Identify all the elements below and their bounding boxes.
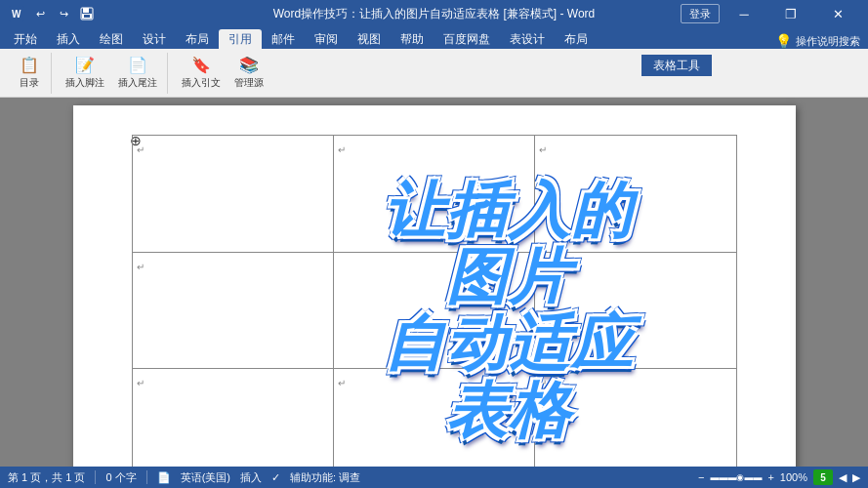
btn-citation[interactable]: 🔖 插入引文 bbox=[176, 55, 227, 92]
table-cell-r3c2: ↵ bbox=[333, 369, 534, 467]
status-divider2 bbox=[146, 470, 147, 484]
tab-mail[interactable]: 邮件 bbox=[262, 29, 305, 49]
table-cell-r3c3: ↵ bbox=[535, 369, 736, 467]
tab-layout[interactable]: 布局 bbox=[176, 29, 219, 49]
paragraph-mark: ↵ bbox=[539, 144, 547, 155]
paragraph-mark: ↵ bbox=[338, 378, 346, 388]
table-cell-r2c2 bbox=[333, 252, 534, 369]
table-row: ↵ ↵ ↵ bbox=[132, 369, 736, 467]
document-page: ⊕ ↵ ↵ ↵ bbox=[73, 105, 796, 467]
restore-button[interactable]: ❐ bbox=[768, 0, 813, 27]
manage-sources-icon: 📚 bbox=[239, 56, 259, 74]
ribbon: 📋 目录 📝 插入脚注 📄 插入尾注 🔖 插入引文 📚 管理源 bbox=[0, 49, 868, 98]
doc-icon: 📄 bbox=[157, 471, 171, 484]
table-cell-r3c1: ↵ bbox=[132, 369, 333, 467]
five-logo: 5 bbox=[813, 469, 833, 485]
svg-rect-3 bbox=[83, 8, 89, 13]
tab-insert[interactable]: 插入 bbox=[47, 29, 90, 49]
status-bar: 第 1 页，共 1 页 0 个字 📄 英语(美国) 插入 ✓ 辅助功能: 调查 … bbox=[0, 467, 868, 488]
paragraph-mark: ↵ bbox=[539, 262, 547, 272]
tab-start[interactable]: 开始 bbox=[4, 29, 47, 49]
table-cell-r2c1: ↵ bbox=[132, 252, 333, 369]
tab-design[interactable]: 设计 bbox=[133, 29, 176, 49]
zoom-in-icon[interactable]: + bbox=[767, 471, 773, 483]
footnote-icon: 📝 bbox=[75, 56, 95, 74]
table-cell-r1c3: ↵ bbox=[535, 136, 736, 253]
title-bar: W ↩ ↪ Word操作技巧：让插入的图片自动适应表格 [兼容模式] - Wor… bbox=[0, 0, 868, 27]
zoom-slider[interactable]: ▬▬▬◉▬▬ bbox=[710, 472, 762, 482]
tab-draw[interactable]: 绘图 bbox=[90, 29, 133, 49]
nav-back-icon[interactable]: ◀ bbox=[839, 471, 847, 484]
table-cell-r2c3: ↵ bbox=[535, 252, 736, 369]
paragraph-mark: ↵ bbox=[137, 144, 145, 155]
table-row: ↵ ↵ ↵ bbox=[132, 136, 736, 253]
close-button[interactable]: ✕ bbox=[815, 0, 860, 27]
help-search-area[interactable]: 💡 操作说明搜索 bbox=[775, 33, 868, 49]
ribbon-group-citation: 🔖 插入引文 📚 管理源 bbox=[172, 53, 273, 94]
page-info: 第 1 页，共 1 页 bbox=[8, 470, 85, 485]
citation-icon: 🔖 bbox=[191, 56, 211, 74]
zoom-out-icon[interactable]: − bbox=[698, 471, 704, 483]
tab-table-design[interactable]: 表设计 bbox=[500, 29, 555, 49]
paragraph-mark: ↵ bbox=[137, 262, 145, 272]
check-icon: ✓ bbox=[271, 471, 280, 484]
word-icon: W bbox=[8, 5, 25, 22]
tab-review[interactable]: 审阅 bbox=[305, 29, 348, 49]
paragraph-mark: ↵ bbox=[338, 144, 346, 155]
help-search-label[interactable]: 操作说明搜索 bbox=[796, 34, 860, 49]
btn-toc[interactable]: 📋 目录 bbox=[12, 55, 47, 92]
title-bar-left: W ↩ ↪ bbox=[8, 5, 96, 22]
tab-view[interactable]: 视图 bbox=[348, 29, 391, 49]
svg-rect-5 bbox=[84, 15, 90, 18]
assist-label: 辅助功能: 调查 bbox=[290, 470, 360, 485]
title-bar-right: 登录 ─ ❐ ✕ bbox=[681, 0, 860, 27]
login-button[interactable]: 登录 bbox=[681, 4, 720, 23]
table-row: ↵ ↵ bbox=[132, 252, 736, 369]
status-right: − ▬▬▬◉▬▬ + 100% 5 ◀ ▶ bbox=[698, 469, 860, 485]
btn-manage-sources[interactable]: 📚 管理源 bbox=[228, 55, 269, 92]
endnote-icon: 📄 bbox=[128, 56, 147, 74]
char-count: 0 个字 bbox=[105, 470, 136, 485]
redo-button[interactable]: ↪ bbox=[55, 5, 72, 22]
table-cell-r1c2: ↵ bbox=[333, 136, 534, 253]
insert-mode: 插入 bbox=[240, 470, 262, 485]
undo-button[interactable]: ↩ bbox=[31, 5, 49, 22]
btn-endnote[interactable]: 📄 插入尾注 bbox=[112, 55, 163, 92]
language: 英语(美国) bbox=[181, 470, 230, 485]
document-area: ⊕ ↵ ↵ ↵ bbox=[0, 98, 868, 467]
paragraph-mark: ↵ bbox=[539, 378, 547, 388]
tab-help[interactable]: 帮助 bbox=[391, 29, 434, 49]
document-table: ↵ ↵ ↵ ↵ bbox=[132, 135, 737, 467]
save-button[interactable] bbox=[78, 5, 96, 22]
toc-icon: 📋 bbox=[20, 56, 39, 74]
zoom-level: 100% bbox=[780, 471, 807, 483]
svg-text:W: W bbox=[12, 9, 21, 20]
status-left: 第 1 页，共 1 页 0 个字 📄 英语(美国) 插入 ✓ 辅助功能: 调查 bbox=[8, 470, 360, 485]
tab-reference[interactable]: 引用 bbox=[219, 29, 262, 49]
tab-table-layout[interactable]: 布局 bbox=[555, 29, 598, 49]
ribbon-group-footnote: 📝 插入脚注 📄 插入尾注 bbox=[56, 53, 168, 94]
nav-forward-icon[interactable]: ▶ bbox=[852, 471, 860, 484]
context-tab-label: 表格工具 bbox=[641, 55, 712, 76]
paragraph-mark: ↵ bbox=[137, 378, 145, 388]
table-container: ↵ ↵ ↵ ↵ bbox=[132, 135, 737, 467]
btn-footnote[interactable]: 📝 插入脚注 bbox=[60, 55, 110, 92]
status-divider bbox=[95, 470, 96, 484]
minimize-button[interactable]: ─ bbox=[722, 0, 766, 27]
lightbulb-icon: 💡 bbox=[775, 33, 792, 49]
tab-baidu[interactable]: 百度网盘 bbox=[434, 29, 500, 49]
ribbon-tab-bar: 开始 插入 绘图 设计 布局 引用 邮件 审阅 视图 帮助 百度网盘 表设计 布… bbox=[0, 27, 868, 49]
table-cell-r1c1: ↵ bbox=[132, 136, 333, 253]
ribbon-group-toc: 📋 目录 bbox=[8, 53, 52, 94]
window-title: Word操作技巧：让插入的图片自动适应表格 [兼容模式] - Word bbox=[273, 6, 596, 22]
